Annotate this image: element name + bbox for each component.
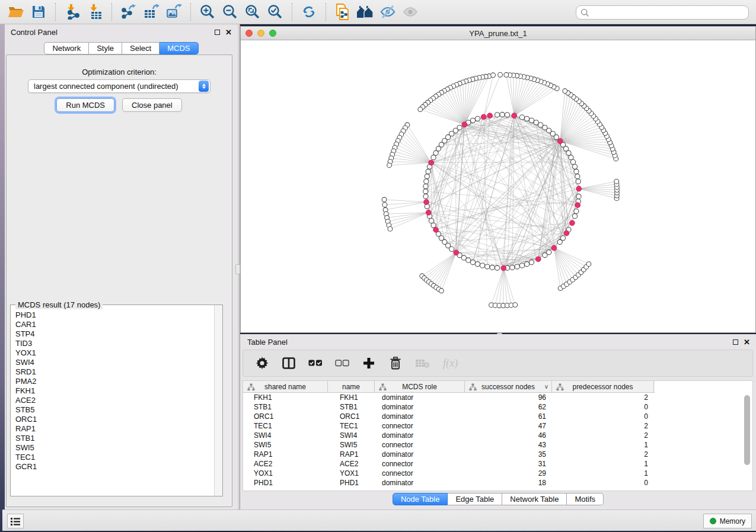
leaf-node[interactable] xyxy=(491,73,496,78)
cell-shared-name[interactable]: ACE2 xyxy=(243,460,328,468)
tab-network[interactable]: Network xyxy=(44,42,89,55)
table-row[interactable]: SWI4SWI4dominator462 xyxy=(243,431,752,440)
mcds-result-node[interactable]: GCR1 xyxy=(15,462,213,472)
cell-successor-nodes[interactable]: 35 xyxy=(465,450,552,459)
cell-shared-name[interactable]: RAP1 xyxy=(243,450,328,459)
mcds-result-node[interactable]: PHD1 xyxy=(15,310,213,320)
mcds-result-scrollbar[interactable] xyxy=(214,305,222,496)
cell-name[interactable]: SWI4 xyxy=(328,431,375,440)
ring-node[interactable] xyxy=(574,169,579,174)
mcds-result-node[interactable]: PMA2 xyxy=(15,377,213,386)
leaf-node[interactable] xyxy=(563,89,567,94)
ring-node[interactable] xyxy=(570,159,575,164)
ring-node[interactable] xyxy=(423,184,428,188)
cell-predecessor-nodes[interactable]: 0 xyxy=(552,412,654,421)
dominator-node[interactable] xyxy=(535,257,541,262)
close-panel-button[interactable]: Close panel xyxy=(122,98,182,112)
ring-node[interactable] xyxy=(461,255,466,260)
dominator-node[interactable] xyxy=(481,114,486,120)
export-image-button[interactable] xyxy=(162,2,185,22)
cell-name[interactable]: ORC1 xyxy=(328,412,375,421)
mcds-result-node[interactable]: RAP1 xyxy=(15,424,213,434)
leaf-node[interactable] xyxy=(418,107,423,112)
ring-node[interactable] xyxy=(475,116,480,121)
dominator-node[interactable] xyxy=(424,200,429,205)
cell-MCDS-role[interactable]: connector xyxy=(375,441,465,449)
cell-MCDS-role[interactable]: dominator xyxy=(375,431,465,440)
ring-node[interactable] xyxy=(426,169,430,174)
cell-name[interactable]: TEC1 xyxy=(328,422,375,430)
cell-predecessor-nodes[interactable]: 0 xyxy=(552,479,654,487)
import-network-from-file-button[interactable] xyxy=(61,2,84,22)
dominator-node[interactable] xyxy=(426,210,431,215)
mcds-result-node[interactable]: CAR1 xyxy=(15,320,213,329)
ring-node[interactable] xyxy=(495,113,499,117)
ring-node[interactable] xyxy=(576,194,581,198)
mcds-result-node[interactable]: ORC1 xyxy=(15,415,213,424)
ring-node[interactable] xyxy=(560,236,565,241)
dominator-node[interactable] xyxy=(569,220,575,226)
ring-node[interactable] xyxy=(525,116,529,121)
mcds-result-node[interactable]: STB1 xyxy=(15,434,213,443)
mcds-result-node[interactable]: STB5 xyxy=(15,405,213,415)
dominator-node[interactable] xyxy=(429,160,434,165)
cell-name[interactable]: PHD1 xyxy=(328,479,375,487)
mcds-result-node[interactable]: TID3 xyxy=(15,339,213,348)
dominator-node[interactable] xyxy=(551,245,557,251)
ring-node[interactable] xyxy=(569,155,573,160)
dominator-node[interactable] xyxy=(512,113,517,118)
cell-successor-nodes[interactable]: 29 xyxy=(465,469,552,477)
cell-name[interactable]: STB1 xyxy=(328,403,375,411)
column-header-name[interactable]: name xyxy=(328,381,375,392)
hide-view-button[interactable] xyxy=(377,2,399,22)
table-row[interactable]: STB1STB1dominator620 xyxy=(243,402,752,412)
ring-node[interactable] xyxy=(576,179,580,184)
ring-node[interactable] xyxy=(575,174,580,179)
ring-node[interactable] xyxy=(519,115,524,120)
delete-column-button[interactable] xyxy=(388,355,403,371)
dominator-node[interactable] xyxy=(575,203,580,208)
ring-node[interactable] xyxy=(431,155,436,160)
leaf-node[interactable] xyxy=(382,197,387,202)
cell-shared-name[interactable]: STB1 xyxy=(243,403,328,411)
table-row[interactable]: SWI5SWI5connector431 xyxy=(243,440,752,450)
ring-node[interactable] xyxy=(505,113,509,117)
search-input[interactable] xyxy=(589,7,748,18)
tab-network-table[interactable]: Network Table xyxy=(502,493,567,505)
dominator-node[interactable] xyxy=(487,113,493,118)
cell-successor-nodes[interactable]: 31 xyxy=(465,460,552,468)
ring-node[interactable] xyxy=(425,174,429,179)
ring-node[interactable] xyxy=(470,118,475,123)
open-session-button[interactable] xyxy=(5,2,27,22)
splitter-handle[interactable] xyxy=(235,264,240,274)
cell-MCDS-role[interactable]: dominator xyxy=(375,412,465,421)
leaf-node[interactable] xyxy=(586,262,591,267)
export-table-button[interactable] xyxy=(140,2,162,22)
ring-node[interactable] xyxy=(423,189,428,194)
cell-predecessor-nodes[interactable]: 2 xyxy=(552,393,654,402)
deselect-all-button[interactable] xyxy=(335,355,349,371)
ring-node[interactable] xyxy=(529,260,534,265)
cell-successor-nodes[interactable]: 43 xyxy=(465,441,552,449)
ring-node[interactable] xyxy=(572,214,577,219)
tab-select[interactable]: Select xyxy=(122,42,160,55)
table-row[interactable]: ORC1ORC1dominator610 xyxy=(243,412,752,421)
cell-shared-name[interactable]: TEC1 xyxy=(243,422,328,430)
cell-successor-nodes[interactable]: 62 xyxy=(465,403,552,411)
cell-MCDS-role[interactable]: connector xyxy=(375,469,465,477)
import-table-from-file-button[interactable] xyxy=(84,2,106,22)
mcds-result-node[interactable]: STP4 xyxy=(15,329,213,339)
ring-node[interactable] xyxy=(429,219,433,223)
table-row[interactable]: PHD1PHD1dominator180 xyxy=(243,478,752,488)
leaf-node[interactable] xyxy=(387,163,392,168)
ring-node[interactable] xyxy=(433,150,438,155)
table-row[interactable]: TEC1TEC1connector472 xyxy=(243,421,752,431)
leaf-node[interactable] xyxy=(439,289,444,293)
leaf-node[interactable] xyxy=(504,72,509,77)
cell-successor-nodes[interactable]: 61 xyxy=(465,412,552,421)
cell-name[interactable]: YOX1 xyxy=(328,469,375,477)
run-mcds-button[interactable]: Run MCDS xyxy=(56,98,114,112)
dominator-node[interactable] xyxy=(454,250,459,255)
dominator-node[interactable] xyxy=(557,139,563,144)
float-panel-icon[interactable] xyxy=(215,30,220,35)
